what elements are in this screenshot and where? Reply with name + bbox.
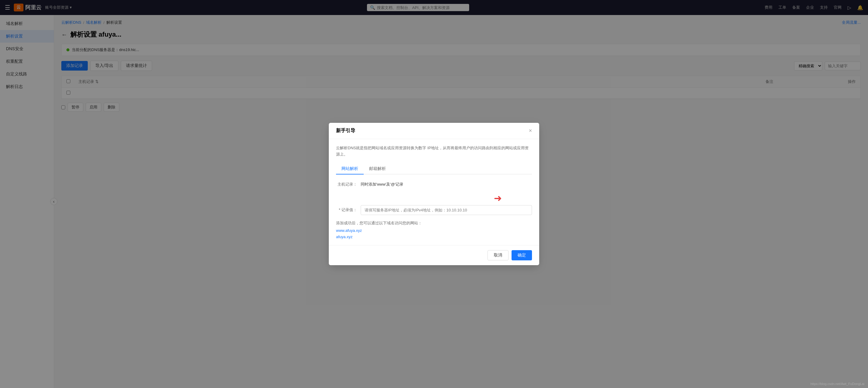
record-value-input[interactable] [361,205,532,215]
host-record-value: 同时添加'www'及'@'记录 [361,182,403,187]
success-text: 添加成功后，您可以通过以下域名访问您的网站： [336,220,532,226]
modal-description: 云解析DNS就是指把网站域名或应用资源转换为数字 IP地址，从而将最终用户的访问… [336,145,532,158]
modal-overlay: 新手引导 × 云解析DNS就是指把网站域名或应用资源转换为数字 IP地址，从而将… [0,0,868,388]
modal-header: 新手引导 × [329,123,539,139]
host-record-row: 主机记录： 同时添加'www'及'@'记录 [336,182,532,187]
modal-body: 云解析DNS就是指把网站域名或应用资源转换为数字 IP地址，从而将最终用户的访问… [329,139,539,245]
arrow-indicator: ➜ [336,193,532,204]
tab-email-resolve[interactable]: 邮箱解析 [364,164,391,174]
watermark: https://blog.csdn.net/Awt_FuDongLai [810,382,864,386]
domain-link-www[interactable]: www.afuya.xyz [336,228,532,233]
record-value-row: * 记录值： [336,205,532,215]
tab-website-resolve[interactable]: 网站解析 [336,164,364,174]
modal-footer: 取消 确定 [329,245,539,265]
red-arrow-icon: ➜ [494,193,502,204]
modal-tabs: 网站解析 邮箱解析 [336,164,532,174]
success-links-section: 添加成功后，您可以通过以下域名访问您的网站： www.afuya.xyz afu… [336,220,532,239]
modal-title: 新手引导 [336,128,355,134]
beginner-guide-modal: 新手引导 × 云解析DNS就是指把网站域名或应用资源转换为数字 IP地址，从而将… [329,123,539,265]
record-value-label: * 记录值： [336,207,357,213]
modal-close-button[interactable]: × [529,128,532,134]
confirm-button[interactable]: 确定 [512,250,532,260]
domain-link-bare[interactable]: afuya.xyz [336,234,532,239]
cancel-button[interactable]: 取消 [488,250,508,260]
host-record-label: 主机记录： [336,182,357,187]
